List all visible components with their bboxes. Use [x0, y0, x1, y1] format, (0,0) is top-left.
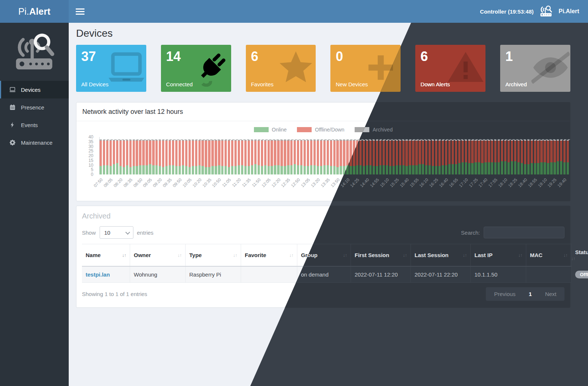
card-value: 14 [166, 50, 226, 64]
sidebar-item-maintenance[interactable]: Maintenance [0, 134, 69, 151]
next-page-button[interactable]: Next [545, 291, 556, 297]
controller-clock: Controller (19:53:48) [480, 8, 534, 15]
card-value: 1 [505, 50, 565, 64]
card-label: All Devices [81, 81, 108, 87]
card-value: 37 [81, 50, 141, 64]
card-label: Connected [166, 81, 193, 87]
column-header-last-session[interactable]: Last Session↓↑ [411, 244, 471, 267]
brand-bold: Alert [29, 6, 50, 17]
online-legend-swatch [254, 127, 269, 132]
sort-icon: ↓↑ [178, 252, 182, 258]
column-header-first-session[interactable]: First Session↓↑ [351, 244, 411, 267]
legend-label: Online [272, 127, 287, 133]
sort-icon: ↓↑ [563, 252, 567, 258]
sort-icon: ↓↑ [463, 252, 467, 258]
column-header-last-ip[interactable]: Last IP↓↑ [471, 244, 526, 267]
card-label: Favorites [251, 81, 274, 87]
search-input[interactable] [484, 227, 564, 238]
chart-y-axis: 4035302520151050 [82, 137, 96, 174]
card-connected[interactable]: 14 Connected [161, 45, 231, 92]
sort-icon: ↓↑ [289, 252, 293, 258]
show-label: Show [82, 230, 96, 236]
cell-last-ip: 10.1.1.50 [471, 266, 526, 283]
cell-first-session: 2022-07-11 12:20 [351, 266, 411, 283]
sort-icon: ↓↑ [571, 256, 575, 261]
sidebar: Devices Presence Events Maintenance [0, 23, 69, 386]
cell-mac [526, 266, 571, 283]
card-all-devices[interactable]: 37 All Devices [76, 45, 146, 92]
card-label: New Devices [336, 81, 368, 87]
brand-prefix: Pi. [18, 6, 29, 17]
cell-group: on demand [297, 266, 351, 283]
sort-icon: ↓↑ [122, 252, 126, 258]
calendar-icon [9, 104, 16, 111]
legend-item-offline-down[interactable]: Offline/Down [297, 127, 344, 133]
card-value: 6 [251, 50, 311, 64]
sort-icon: ↓↑ [343, 252, 347, 258]
sort-icon: ↓↑ [233, 252, 237, 258]
sidebar-item-presence[interactable]: Presence [0, 98, 69, 116]
cell-favorite [241, 266, 297, 283]
pialert-router-search-icon [539, 5, 553, 18]
brand-logo[interactable]: Pi.Alert [0, 0, 69, 23]
card-value: 0 [336, 50, 395, 64]
navbar-app-name[interactable]: Pi.Alert [559, 8, 579, 15]
offline-legend-swatch [297, 127, 312, 132]
table-search-control: Search: [461, 227, 564, 238]
column-header-name[interactable]: Name↓↑ [82, 244, 130, 267]
sidebar-item-label: Events [21, 122, 38, 128]
bolt-icon [9, 122, 16, 128]
search-label: Search: [461, 230, 480, 236]
legend-label: Archived [373, 127, 392, 133]
sidebar-item-label: Maintenance [21, 140, 53, 146]
entries-select[interactable]: 10 [100, 226, 133, 239]
sidebar-menu: Devices Presence Events Maintenance [0, 81, 69, 151]
column-header-favorite[interactable]: Favorite↓↑ [241, 244, 297, 267]
top-navbar: Pi.Alert Controller (19:53:48) [0, 0, 588, 23]
previous-page-button[interactable]: Previous [494, 291, 515, 297]
pagination: Previous 1 Next [486, 287, 564, 301]
sort-icon: ↓↑ [518, 252, 522, 258]
column-header-mac[interactable]: MAC↓↑ [526, 244, 571, 267]
sidebar-item-events[interactable]: Events [0, 116, 69, 134]
router-search-logo-icon [0, 23, 69, 81]
card-value: 6 [420, 50, 480, 64]
sidebar-item-devices[interactable]: Devices [0, 81, 69, 98]
device-link[interactable]: testpi.lan [86, 271, 110, 278]
page-length-control: Show 10 entries [82, 226, 154, 239]
card-favorites[interactable]: 6 Favorites [246, 45, 316, 92]
entries-label: entries [137, 230, 154, 236]
sidebar-item-label: Devices [21, 87, 40, 93]
sidebar-item-label: Presence [21, 104, 44, 111]
entries-select-wrap: 10 [100, 226, 133, 239]
cell-type: Raspberry Pi [186, 266, 241, 283]
card-label: Archived [505, 81, 527, 87]
column-header-owner[interactable]: Owner↓↑ [130, 244, 186, 267]
status-badge: Offline [575, 271, 588, 278]
legend-label: Offline/Down [315, 127, 344, 133]
column-header-type[interactable]: Type↓↑ [186, 244, 241, 267]
cell-last-session: 2022-07-11 22:20 [411, 266, 471, 283]
table-info-text: Showing 1 to 1 of 1 entries [82, 291, 147, 297]
sort-icon: ↓↑ [403, 252, 407, 258]
laptop-icon [9, 86, 16, 93]
card-label: Down Alerts [420, 81, 450, 87]
cell-name[interactable]: testpi.lan [82, 266, 130, 283]
gear-icon [9, 139, 16, 146]
page-number-button[interactable]: 1 [529, 291, 532, 297]
legend-item-online[interactable]: Online [254, 127, 287, 133]
sidebar-toggle-button[interactable] [76, 8, 85, 15]
cell-owner: Wohnung [130, 266, 186, 283]
